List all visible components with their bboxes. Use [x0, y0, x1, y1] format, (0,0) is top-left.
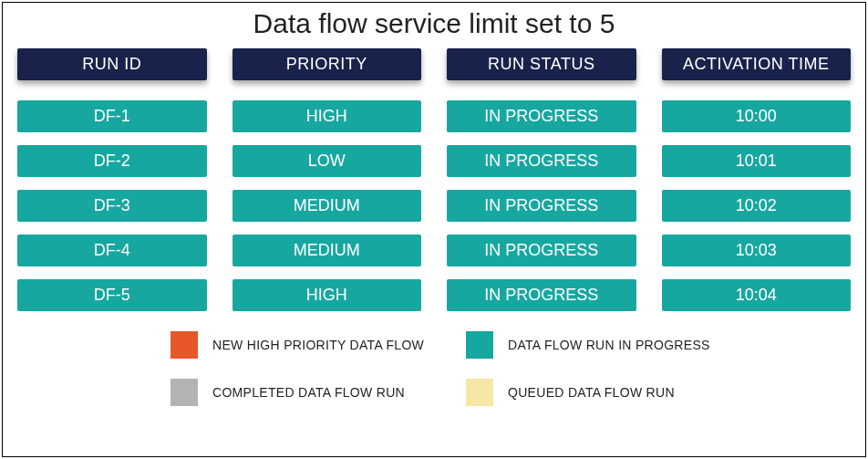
cell-run-id: DF-5 [17, 279, 207, 311]
diagram-frame: Data flow service limit set to 5 RUN ID … [2, 2, 866, 457]
legend-item-queued: QUEUED DATA FLOW RUN [466, 379, 725, 406]
cell-priority: MEDIUM [232, 235, 422, 266]
legend-label: NEW HIGH PRIORITY DATA FLOW [212, 338, 424, 352]
cell-run-id: DF-1 [17, 100, 207, 132]
cell-run-status: IN PROGRESS [447, 279, 636, 311]
swatch-icon [170, 379, 198, 406]
legend-item-in-progress: DATA FLOW RUN IN PROGRESS [466, 331, 725, 359]
col-header-priority: PRIORITY [232, 48, 422, 80]
legend: NEW HIGH PRIORITY DATA FLOW DATA FLOW RU… [16, 331, 852, 406]
cell-run-status: IN PROGRESS [447, 235, 636, 266]
swatch-icon [170, 331, 198, 359]
cell-run-status: IN PROGRESS [447, 190, 636, 222]
cell-priority: HIGH [232, 100, 422, 132]
cell-run-status: IN PROGRESS [447, 100, 636, 132]
cell-run-status: IN PROGRESS [447, 145, 636, 177]
swatch-icon [466, 379, 493, 406]
cell-activation-time: 10:01 [662, 145, 852, 177]
col-header-activation-time: ACTIVATION TIME [662, 48, 852, 80]
cell-activation-time: 10:03 [662, 235, 852, 266]
swatch-icon [466, 331, 493, 359]
cell-activation-time: 10:02 [662, 190, 852, 222]
cell-priority: MEDIUM [232, 190, 422, 222]
legend-label: QUEUED DATA FLOW RUN [508, 385, 675, 400]
cell-run-id: DF-4 [17, 235, 207, 266]
page-title: Data flow service limit set to 5 [16, 8, 852, 39]
legend-label: DATA FLOW RUN IN PROGRESS [508, 338, 710, 352]
cell-priority: HIGH [232, 279, 422, 311]
cell-priority: LOW [232, 145, 422, 177]
col-header-run-id: RUN ID [17, 48, 207, 80]
legend-item-new-high: NEW HIGH PRIORITY DATA FLOW [170, 331, 429, 359]
cell-run-id: DF-3 [17, 190, 207, 222]
cell-run-id: DF-2 [17, 145, 207, 177]
cell-activation-time: 10:00 [662, 100, 852, 132]
cell-activation-time: 10:04 [662, 279, 852, 311]
legend-item-completed: COMPLETED DATA FLOW RUN [170, 379, 429, 406]
col-header-run-status: RUN STATUS [447, 48, 636, 80]
legend-label: COMPLETED DATA FLOW RUN [212, 385, 405, 400]
run-table: RUN ID PRIORITY RUN STATUS ACTIVATION TI… [16, 48, 852, 311]
